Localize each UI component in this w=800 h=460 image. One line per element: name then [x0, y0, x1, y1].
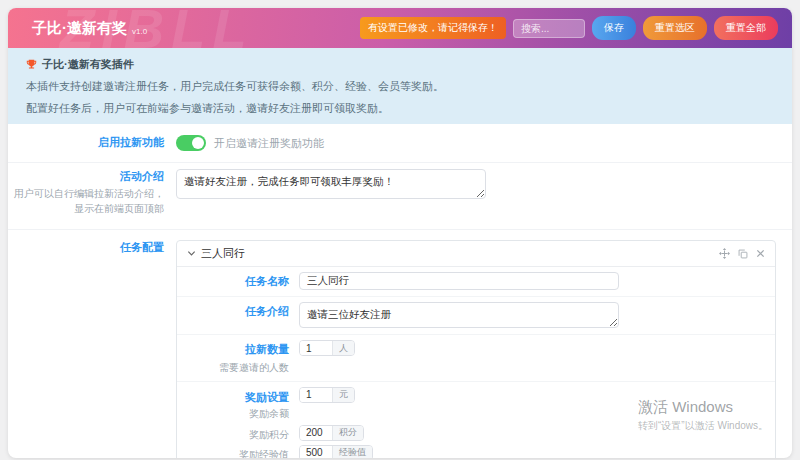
reward-balance-label: 奖励余额 [177, 406, 289, 421]
invite-count-group: 人 [299, 340, 355, 356]
reward-points-label: 奖励积分 [177, 425, 299, 441]
enable-feature-row: 启用拉新功能 开启邀请注册奖励功能 [8, 124, 792, 163]
task-name-row: 任务名称 [177, 267, 775, 297]
intro-sublabel: 用户可以自行编辑拉新活动介绍，显示在前端页面顶部 [8, 186, 164, 216]
invite-count-unit: 人 [332, 341, 354, 355]
reset-section-button[interactable]: 重置选区 [643, 16, 707, 40]
info-title: 子比·邀新有奖插件 [42, 57, 134, 72]
copy-icon[interactable] [738, 249, 748, 259]
enable-description: 开启邀请注册奖励功能 [214, 136, 324, 151]
task-name-label: 任务名称 [177, 274, 289, 288]
task-desc-row: 任务介绍 邀请三位好友注册 [177, 297, 775, 335]
save-button[interactable]: 保存 [592, 16, 636, 40]
close-icon[interactable] [756, 249, 765, 258]
task-name-label-cell: 任务名称 [177, 272, 299, 290]
reward-points-line: 奖励积分 积分 [177, 425, 775, 441]
invite-count-label-cell: 拉新数量 需要邀请的人数 [177, 340, 299, 374]
info-line-2: 配置好任务后，用户可在前端参与邀请活动，邀请好友注册即可领取奖励。 [26, 101, 774, 116]
task-panel-icons [719, 248, 765, 259]
activity-intro-textarea[interactable]: 邀请好友注册，完成任务即可领取丰厚奖励！ [176, 169, 486, 199]
reward-points-input[interactable] [300, 426, 332, 440]
reward-balance-line: 奖励设置 奖励余额 元 [177, 387, 775, 421]
task-desc-textarea[interactable]: 邀请三位好友注册 [299, 302, 619, 328]
version-label: v1.0 [132, 27, 147, 36]
info-title-row: 子比·邀新有奖插件 [26, 57, 774, 72]
reward-exp-label: 奖励经验值 [177, 445, 299, 458]
enable-label-cell: 启用拉新功能 [8, 135, 176, 151]
task-panel: 三人同行 [176, 240, 776, 458]
reward-exp-line: 奖励经验值 经验值 [177, 445, 775, 458]
task-desc-label-cell: 任务介绍 [177, 302, 299, 328]
toggle-knob [192, 137, 204, 149]
settings-card: ZIBLL 子比·邀新有奖 v1.0 有设置已修改，请记得保存！ 保存 重置选区… [8, 8, 792, 458]
unsaved-changes-badge: 有设置已修改，请记得保存！ [360, 17, 506, 39]
rewards-row: 奖励设置 奖励余额 元 奖励积分 积分 [177, 382, 775, 458]
reward-points-unit: 积分 [332, 426, 363, 440]
reward-balance-input[interactable] [300, 388, 332, 402]
header-actions: 有设置已修改，请记得保存！ 保存 重置选区 重置全部 [360, 16, 778, 40]
task-panel-header[interactable]: 三人同行 [177, 241, 775, 267]
reward-exp-unit: 经验值 [332, 446, 372, 458]
enable-label: 启用拉新功能 [8, 135, 164, 149]
page-title: 子比·邀新有奖 [32, 19, 127, 38]
tasks-label-cell: 任务配置 [8, 240, 176, 458]
reward-points-group: 积分 [299, 425, 364, 441]
task-name-input[interactable] [299, 272, 619, 290]
reset-all-button[interactable]: 重置全部 [714, 16, 778, 40]
chevron-down-icon [187, 249, 196, 258]
task-config-row: 任务配置 三人同行 [8, 230, 792, 458]
task-panel-title: 三人同行 [201, 246, 245, 261]
reward-balance-group: 元 [299, 387, 355, 403]
intro-label-cell: 活动介绍 用户可以自行编辑拉新活动介绍，显示在前端页面顶部 [8, 169, 176, 216]
info-line-1: 本插件支持创建邀请注册任务，用户完成任务可获得余额、积分、经验、会员等奖励。 [26, 79, 774, 94]
invite-count-sublabel: 需要邀请的人数 [177, 360, 289, 375]
reward-exp-group: 经验值 [299, 445, 373, 458]
invite-count-input[interactable] [300, 341, 332, 355]
reward-balance-unit: 元 [332, 388, 354, 402]
task-desc-label: 任务介绍 [177, 304, 289, 318]
reward-balance-label-cell: 奖励设置 奖励余额 [177, 387, 299, 421]
plugin-header: ZIBLL 子比·邀新有奖 v1.0 有设置已修改，请记得保存！ 保存 重置选区… [8, 8, 792, 48]
plugin-info-banner: 子比·邀新有奖插件 本插件支持创建邀请注册任务，用户完成任务可获得余额、积分、经… [8, 48, 792, 124]
intro-label: 活动介绍 [8, 169, 164, 183]
search-input[interactable] [513, 19, 585, 38]
tasks-label: 任务配置 [8, 240, 164, 254]
reward-exp-input[interactable] [300, 446, 332, 458]
invite-count-label: 拉新数量 [177, 342, 289, 356]
invite-count-row: 拉新数量 需要邀请的人数 人 [177, 335, 775, 381]
move-icon[interactable] [719, 248, 730, 259]
rewards-label: 奖励设置 [177, 390, 289, 404]
trophy-icon [26, 59, 37, 70]
enable-toggle[interactable] [176, 135, 206, 151]
activity-intro-row: 活动介绍 用户可以自行编辑拉新活动介绍，显示在前端页面顶部 邀请好友注册，完成任… [8, 163, 792, 230]
